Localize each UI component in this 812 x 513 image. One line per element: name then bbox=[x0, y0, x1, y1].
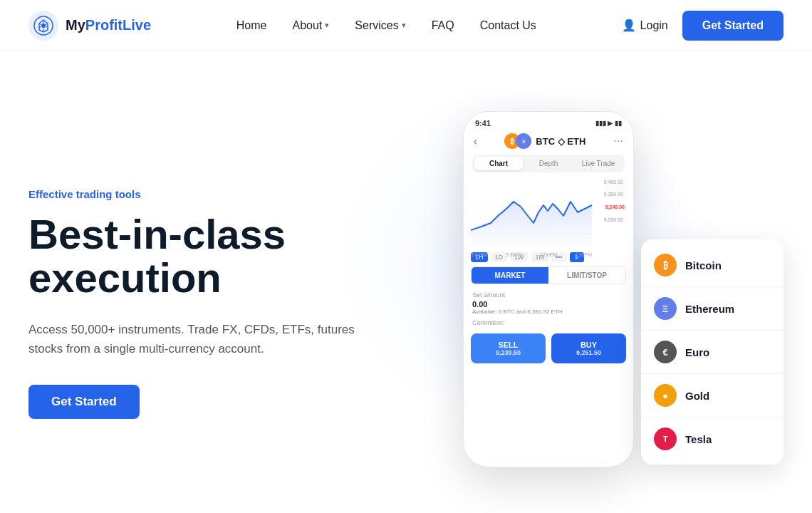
tab-chart[interactable]: Chart bbox=[474, 157, 523, 170]
get-started-hero-button[interactable]: Get Started bbox=[28, 385, 140, 419]
tesla-icon: T bbox=[654, 428, 677, 450]
phone-device: 9:41 ▮▮▮ ▶ ▮▮ ‹ ₿ Ξ BTC ◇ ETH ⋯ Chart De… bbox=[463, 111, 634, 467]
nav-about[interactable]: About ▾ bbox=[293, 19, 330, 32]
hero-content: Effective trading tools Best-in-class ex… bbox=[28, 188, 370, 418]
set-amount-section: Set amount 0.00 Available: 0 BTC and 6,3… bbox=[464, 289, 633, 318]
back-icon[interactable]: ‹ bbox=[474, 135, 477, 147]
logo-icon bbox=[28, 11, 58, 41]
set-amount-value[interactable]: 0.00 bbox=[472, 300, 487, 309]
order-type-selector: MARKET LIMIT/STOP bbox=[471, 266, 626, 284]
limit-order-button[interactable]: LIMIT/STOP bbox=[548, 267, 625, 284]
price-label-3: 9,240.00 bbox=[604, 204, 626, 210]
trading-pair: BTC ◇ ETH bbox=[536, 136, 585, 147]
nav-home[interactable]: Home bbox=[236, 19, 267, 32]
phone-status-bar: 9:41 ▮▮▮ ▶ ▮▮ bbox=[464, 112, 633, 130]
euro-icon: € bbox=[654, 341, 677, 363]
divider-1 bbox=[641, 286, 784, 287]
nav-right: 👤 Login Get Started bbox=[622, 11, 784, 41]
nav-links: Home About ▾ Services ▾ FAQ Contact Us bbox=[236, 19, 536, 32]
hero-tagline: Effective trading tools bbox=[28, 188, 370, 200]
commition-section: Commition: bbox=[464, 318, 633, 328]
sell-button[interactable]: SELL 9,239.50 bbox=[471, 333, 546, 363]
chart-tabs: Chart Depth Live Trade bbox=[472, 155, 625, 172]
divider-3 bbox=[641, 373, 784, 374]
get-started-nav-button[interactable]: Get Started bbox=[682, 11, 784, 41]
ethereum-icon: Ξ bbox=[654, 297, 677, 320]
crypto-item-bitcoin[interactable]: ₿ Bitcoin bbox=[641, 245, 784, 285]
about-chevron-icon: ▾ bbox=[325, 21, 329, 30]
crypto-dropdown: ₿ Bitcoin Ξ Ethereum € Euro ● Gold T Tes… bbox=[641, 239, 784, 465]
set-amount-label: Set amount bbox=[472, 291, 625, 299]
svg-marker-13 bbox=[471, 202, 592, 248]
nav-faq[interactable]: FAQ bbox=[432, 19, 454, 32]
logo[interactable]: MyProfitLive bbox=[28, 11, 151, 41]
pair-info: ₿ Ξ BTC ◇ ETH bbox=[504, 133, 585, 149]
phone-pair-header: ‹ ₿ Ξ BTC ◇ ETH ⋯ bbox=[464, 130, 633, 155]
ethereum-label: Ethereum bbox=[685, 303, 734, 315]
price-label-1: 9,400.00 bbox=[604, 180, 626, 185]
crypto-item-gold[interactable]: ● Gold bbox=[641, 375, 784, 415]
crypto-item-ethereum[interactable]: Ξ Ethereum bbox=[641, 289, 784, 328]
hero-section: Effective trading tools Best-in-class ex… bbox=[0, 51, 812, 513]
buy-price: 9,251.50 bbox=[551, 349, 626, 356]
time-axis-labels: 3:00PM 3:30PM 4:00PM 4:30PM bbox=[471, 251, 592, 259]
nav-services[interactable]: Services ▾ bbox=[355, 19, 405, 32]
price-chart: 9,400.00 9,300.00 9,240.00 9,200.00 3:00… bbox=[471, 177, 626, 248]
gold-icon: ● bbox=[654, 384, 677, 407]
nav-contact[interactable]: Contact Us bbox=[480, 19, 536, 32]
chart-svg bbox=[471, 177, 620, 248]
tesla-label: Tesla bbox=[685, 433, 712, 445]
user-icon: 👤 bbox=[622, 19, 636, 32]
phone-signal-icons: ▮▮▮ ▶ ▮▮ bbox=[595, 120, 622, 127]
euro-label: Euro bbox=[685, 346, 709, 358]
tab-live-trade[interactable]: Live Trade bbox=[574, 157, 623, 170]
divider-2 bbox=[641, 330, 784, 331]
navbar: MyProfitLive Home About ▾ Services ▾ FAQ… bbox=[0, 0, 812, 51]
tab-depth[interactable]: Depth bbox=[524, 157, 573, 170]
market-order-button[interactable]: MARKET bbox=[472, 267, 548, 284]
svg-point-2 bbox=[41, 24, 46, 28]
buy-button[interactable]: BUY 9,251.50 bbox=[551, 333, 626, 363]
bitcoin-label: Bitcoin bbox=[685, 259, 722, 271]
price-label-4: 9,200.00 bbox=[604, 217, 626, 222]
crypto-item-euro[interactable]: € Euro bbox=[641, 332, 784, 372]
phone-mockup-area: 9:41 ▮▮▮ ▶ ▮▮ ‹ ₿ Ξ BTC ◇ ETH ⋯ Chart De… bbox=[427, 97, 784, 510]
divider-4 bbox=[641, 417, 784, 418]
bitcoin-icon: ₿ bbox=[654, 254, 677, 276]
chart-price-labels: 9,400.00 9,300.00 9,240.00 9,200.00 bbox=[604, 180, 626, 222]
hero-title: Best-in-class execution bbox=[28, 213, 370, 300]
logo-text: MyProfitLive bbox=[66, 17, 151, 33]
trade-buttons: SELL 9,239.50 BUY 9,251.50 bbox=[464, 328, 633, 369]
more-options-icon[interactable]: ⋯ bbox=[613, 135, 623, 147]
phone-time: 9:41 bbox=[475, 119, 491, 128]
available-balance: Available: 0 BTC and 6,391.92 ETH bbox=[472, 309, 625, 315]
sell-price: 9,239.50 bbox=[471, 349, 546, 356]
login-button[interactable]: 👤 Login bbox=[622, 19, 668, 32]
crypto-item-tesla[interactable]: T Tesla bbox=[641, 419, 784, 459]
services-chevron-icon: ▾ bbox=[402, 21, 406, 30]
price-label-2: 9,300.00 bbox=[604, 192, 626, 197]
eth-small-icon: Ξ bbox=[516, 133, 531, 149]
hero-description: Access 50,000+ instruments. Trade FX, CF… bbox=[28, 320, 370, 358]
gold-label: Gold bbox=[685, 390, 709, 402]
